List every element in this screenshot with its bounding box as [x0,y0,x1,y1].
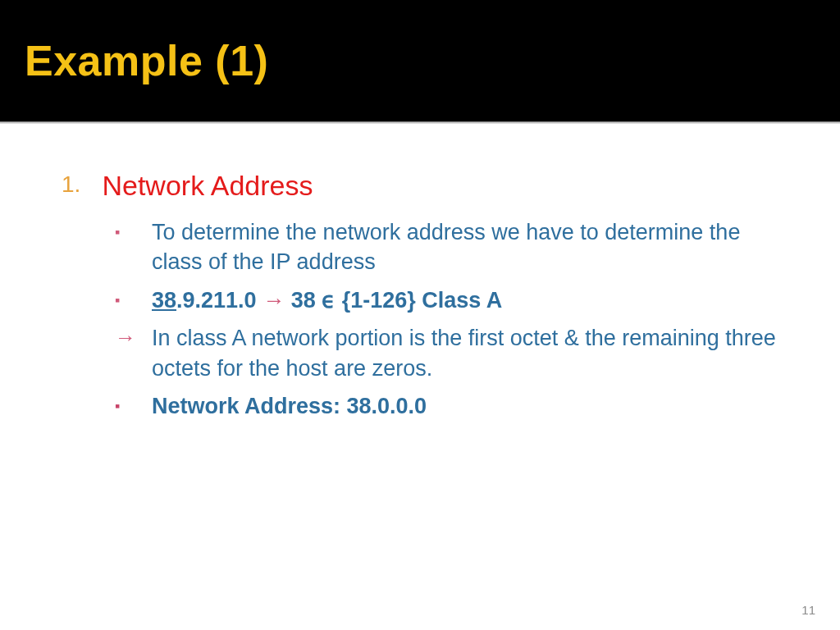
bullet-item: → In class A network portion is the firs… [115,323,791,383]
arrow-icon: → [262,288,285,313]
slide-title: Example (1) [25,36,268,85]
page-number: 11 [801,603,815,617]
class-range: 38 ϵ {1-126} Class A [285,288,502,313]
bullet-text: 38.9.211.0 → 38 ϵ {1-126} Class A [152,285,791,315]
bullet-text: Network Address: 38.0.0.0 [152,391,791,421]
list-item-1: 1. Network Address [62,169,791,203]
bullet-item: ▪ 38.9.211.0 → 38 ϵ {1-126} Class A [115,285,791,315]
bullet-text: To determine the network address we have… [152,217,791,277]
list-number: 1. [62,169,98,200]
content-area: 1. Network Address ▪ To determine the ne… [0,124,840,421]
title-bar: Example (1) [0,0,840,121]
arrow-bullet-icon: → [115,323,152,352]
square-bullet-icon: ▪ [115,285,152,310]
slide: { "title": "Example (1)", "list_number":… [0,0,840,630]
bullet-item: ▪ To determine the network address we ha… [115,217,791,277]
bullet-item: ▪ Network Address: 38.0.0.0 [115,391,791,421]
section-heading: Network Address [102,169,313,203]
square-bullet-icon: ▪ [115,217,152,242]
bullet-text: In class A network portion is the first … [152,323,791,383]
square-bullet-icon: ▪ [115,391,152,416]
ip-rest: .9.211.0 [176,288,262,313]
ip-first-octet: 38 [152,288,176,313]
sub-list: ▪ To determine the network address we ha… [115,217,791,422]
